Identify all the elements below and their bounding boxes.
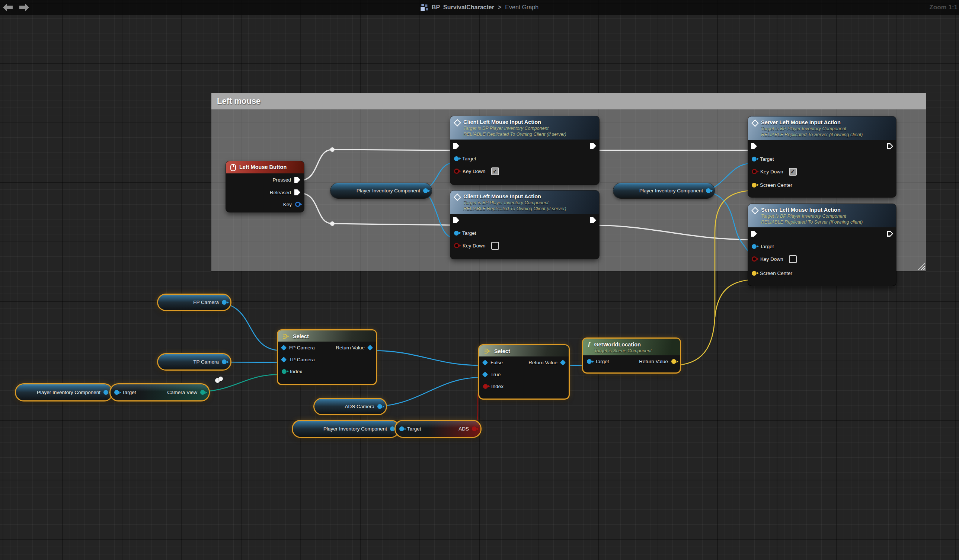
breadcrumb-graph-name[interactable]: Event Graph xyxy=(505,4,538,11)
node-title: GetWorldLocation xyxy=(594,341,652,348)
exec-in-pin[interactable] xyxy=(453,217,459,223)
node-title: Server Left Mouse Input Action xyxy=(761,119,863,126)
output-pin[interactable] xyxy=(222,360,227,364)
exec-in-pin[interactable] xyxy=(751,143,757,149)
node-title: Client Left Mouse Input Action xyxy=(463,119,566,126)
var-node-player-inventory-component-4[interactable]: Player Inventory Component xyxy=(293,421,398,437)
wire-location-to-server1-screencenter xyxy=(672,191,751,365)
node-client-left-mouse-input-action-1[interactable]: Client Left Mouse Input Action Target is… xyxy=(450,116,599,185)
mouse-cursor xyxy=(215,377,223,383)
var-node-player-inventory-component-1[interactable]: Player Inventory Component xyxy=(330,183,432,198)
output-pin[interactable] xyxy=(378,404,382,409)
node-select-bool[interactable]: Select False True Index Return Value xyxy=(480,345,569,399)
node-server-left-mouse-input-action-1[interactable]: Server Left Mouse Input Action Target is… xyxy=(748,116,896,197)
select-mux-icon xyxy=(282,333,290,339)
ads-output-pin[interactable] xyxy=(472,426,477,431)
output-pin[interactable] xyxy=(390,426,395,431)
node-get-world-location[interactable]: ƒ GetWorldLocation Target is Scene Compo… xyxy=(583,339,680,372)
node-title: Select xyxy=(293,333,309,340)
node-title: Client Left Mouse Input Action xyxy=(463,193,566,200)
var-node-fp-camera[interactable]: FP Camera xyxy=(158,295,230,310)
wire-exec-client2-to-server2 xyxy=(595,225,751,240)
reroute-node[interactable] xyxy=(330,147,335,152)
var-node-tp-camera[interactable]: TP Camera xyxy=(158,354,230,369)
wire-fpcamera-to-select1 xyxy=(215,302,282,350)
key-down-checkbox[interactable] xyxy=(789,168,797,176)
breadcrumb: BP_SurvivalCharacter > Event Graph xyxy=(421,4,538,11)
option-false-pin[interactable] xyxy=(482,360,488,365)
node-select-camera[interactable]: Select FP Camera TP Camera Index Return … xyxy=(278,331,376,384)
screen-center-pin[interactable] xyxy=(752,271,757,276)
wire-exec-pressed-to-client1 xyxy=(299,150,452,180)
screen-center-pin[interactable] xyxy=(752,183,757,188)
node-server-left-mouse-input-action-2[interactable]: Server Left Mouse Input Action Target is… xyxy=(748,204,896,286)
output-pin[interactable] xyxy=(423,188,428,193)
exec-in-pin[interactable] xyxy=(453,143,459,149)
key-down-checkbox[interactable] xyxy=(789,255,797,263)
exec-out-pin[interactable] xyxy=(887,143,893,149)
output-pin[interactable] xyxy=(706,188,711,193)
var-node-player-inventory-component-3[interactable]: Player Inventory Component xyxy=(16,384,112,400)
node-title: Left Mouse Button xyxy=(239,164,287,170)
target-pin[interactable] xyxy=(114,390,119,395)
back-arrow-icon[interactable] xyxy=(3,3,13,11)
output-pin[interactable] xyxy=(222,300,227,305)
target-pin[interactable] xyxy=(752,244,757,249)
mouse-icon xyxy=(230,164,236,171)
option-a-pin[interactable] xyxy=(281,345,287,350)
blueprint-class-icon xyxy=(421,4,428,11)
option-b-pin[interactable] xyxy=(281,356,287,363)
node-get-camera-view[interactable]: Target Camera View xyxy=(110,384,209,400)
target-pin[interactable] xyxy=(399,426,404,431)
var-node-player-inventory-component-2[interactable]: Player Inventory Component xyxy=(613,183,715,198)
breadcrumb-blueprint-name[interactable]: BP_SurvivalCharacter xyxy=(432,4,494,11)
output-pin[interactable] xyxy=(104,390,108,395)
key-down-pin[interactable] xyxy=(454,169,459,174)
zoom-level-label: Zoom 1:1 xyxy=(929,4,959,11)
exec-out-pin-released[interactable] xyxy=(295,189,300,195)
wire-pic-to-server2-target xyxy=(701,191,751,253)
camera-view-output-pin[interactable] xyxy=(200,390,205,395)
forward-arrow-icon[interactable] xyxy=(19,3,29,11)
node-title: Select xyxy=(494,348,510,355)
event-diamond-icon xyxy=(454,194,461,201)
node-left-mouse-button[interactable]: Left Mouse Button Pressed Released Key xyxy=(226,161,304,212)
select-mux-icon xyxy=(484,348,491,354)
event-diamond-icon xyxy=(751,207,759,214)
exec-in-pin[interactable] xyxy=(751,231,757,237)
exec-out-pin-pressed[interactable] xyxy=(295,177,300,183)
exec-out-pin[interactable] xyxy=(590,143,596,149)
node-get-ads[interactable]: Target ADS xyxy=(395,421,480,437)
key-down-checkbox[interactable] xyxy=(491,242,499,250)
index-pin[interactable] xyxy=(282,369,287,374)
target-pin[interactable] xyxy=(454,156,459,161)
wire-location-to-server2-screencenter xyxy=(715,280,751,317)
event-diamond-icon xyxy=(454,119,461,127)
reroute-node[interactable] xyxy=(330,221,335,226)
wire-adscamera-to-select2-true xyxy=(370,377,482,407)
key-down-pin[interactable] xyxy=(752,256,757,262)
option-true-pin[interactable] xyxy=(482,371,488,377)
exec-out-pin[interactable] xyxy=(590,217,596,223)
event-diamond-icon xyxy=(751,119,759,127)
return-value-pin[interactable] xyxy=(560,360,566,365)
target-pin[interactable] xyxy=(454,231,459,235)
target-pin[interactable] xyxy=(752,157,757,161)
var-node-ads-camera[interactable]: ADS Camera xyxy=(314,399,386,414)
key-down-pin[interactable] xyxy=(454,243,459,248)
blueprint-canvas[interactable]: Left mouse Left Mouse Button Pressed xyxy=(0,0,959,560)
function-icon: ƒ xyxy=(588,341,591,347)
key-down-pin[interactable] xyxy=(752,169,757,174)
chevron-right-icon: > xyxy=(498,4,501,11)
return-value-pin[interactable] xyxy=(367,345,373,350)
index-pin[interactable] xyxy=(483,384,488,389)
exec-out-pin[interactable] xyxy=(887,231,893,237)
wire-select1-to-select2-false xyxy=(370,350,482,365)
key-output-pin[interactable] xyxy=(295,202,300,207)
key-down-checkbox[interactable] xyxy=(491,167,499,175)
node-client-left-mouse-input-action-2[interactable]: Client Left Mouse Input Action Target is… xyxy=(450,191,599,259)
return-value-pin[interactable] xyxy=(671,359,676,364)
node-title: Server Left Mouse Input Action xyxy=(761,207,863,213)
target-pin[interactable] xyxy=(587,359,592,364)
top-bar: BP_SurvivalCharacter > Event Graph Zoom … xyxy=(0,0,959,15)
